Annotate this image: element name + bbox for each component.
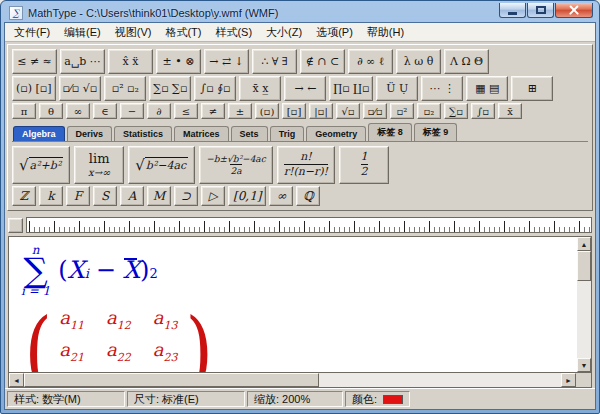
vertical-scrollbar[interactable]: ▲ ▼ — [577, 236, 592, 373]
small-symbol-button[interactable]: ▫⁄▫ — [363, 103, 387, 119]
template-palette-button[interactable]: ∏▫ ∐▫ — [329, 76, 373, 101]
vertical-scroll-thumb[interactable] — [577, 251, 591, 281]
small-symbol-button[interactable]: x̄ — [498, 103, 522, 119]
template-palette-button[interactable]: ⋯ ⋮ — [421, 76, 463, 101]
tab-trig[interactable]: Trig — [270, 126, 305, 141]
scroll-left-button[interactable]: ◄ — [9, 373, 24, 387]
symbol-palette-button[interactable]: a␣b ⋯ — [60, 49, 105, 74]
small-symbol-button[interactable]: ∂ — [147, 103, 171, 119]
equation-matrix[interactable]: ( a11 a12 a13 a21 a22 a23 a31 a32 a33 ) — [21, 305, 567, 373]
maximize-button[interactable] — [527, 3, 554, 18]
scroll-down-button[interactable]: ▼ — [577, 358, 591, 372]
horizontal-scroll-track[interactable] — [24, 373, 561, 387]
template-palette-button[interactable]: (▫) [▫] — [12, 76, 56, 101]
algebra-discriminant-button[interactable]: √b²−4ac — [128, 146, 195, 184]
menu-item[interactable]: 选项(P) — [309, 23, 360, 42]
quick-symbol-button[interactable]: k — [39, 186, 63, 206]
status-size[interactable]: 尺寸: 标准(E) — [127, 391, 245, 407]
client-area: 文件(F)编辑(E)视图(V)格式(T)样式(S)大小(Z)选项(P)帮助(H)… — [4, 22, 596, 410]
menu-item[interactable]: 大小(Z) — [259, 23, 309, 42]
template-palette-button[interactable]: ∫▫ ∮▫ — [194, 76, 236, 101]
menu-item[interactable]: 文件(F) — [7, 23, 57, 42]
small-symbol-button[interactable]: ∫▫ — [471, 103, 495, 119]
ruler-tab-selector[interactable] — [8, 218, 23, 233]
small-symbol-button[interactable]: ≤ — [174, 103, 198, 119]
small-symbol-button[interactable]: π — [12, 103, 36, 119]
quick-symbol-button[interactable]: ℚ — [296, 186, 320, 206]
algebra-half-fraction-button[interactable]: 12 — [339, 146, 389, 184]
vertical-scroll-track[interactable] — [577, 251, 591, 358]
small-symbol-button[interactable]: √▫ — [336, 103, 360, 119]
small-symbol-button[interactable]: [▫] — [282, 103, 306, 119]
small-symbol-button[interactable]: ▫₂ — [417, 103, 441, 119]
symbol-palette-button[interactable]: Λ Ω Θ — [444, 49, 489, 74]
template-palette-button[interactable]: ∑▫ ∑▫ — [149, 76, 191, 101]
template-palette-button[interactable]: → ← — [284, 76, 326, 101]
tab-algebra[interactable]: Algebra — [13, 126, 65, 141]
tab-9[interactable]: 标签 9 — [414, 123, 458, 141]
small-symbol-button[interactable]: ▫² — [390, 103, 414, 119]
symbol-palette-button[interactable]: ± • ⊗ — [156, 49, 201, 74]
equation-sum-expression[interactable]: n ∑ i = 1 (Xi−X)2 — [21, 244, 567, 297]
small-symbol-button[interactable]: ∑▫ — [444, 103, 468, 119]
template-palette-button[interactable]: x̄ x̲ — [239, 76, 281, 101]
equation-canvas[interactable]: n ∑ i = 1 (Xi−X)2 ( a11 a12 a13 a21 a22 … — [8, 236, 577, 373]
quick-symbol-button[interactable]: A — [120, 186, 144, 206]
quick-symbol-button[interactable]: F — [66, 186, 90, 206]
quick-symbol-button[interactable]: ∞ — [269, 186, 293, 206]
template-palette-button[interactable]: ▫⁄▫ √▫ — [59, 76, 102, 101]
symbol-palette-button[interactable]: ∴ ∀ ∃ — [252, 49, 297, 74]
small-symbol-button[interactable]: (▫) — [255, 103, 279, 119]
symbol-palette-button[interactable]: ∉ ∩ ⊂ — [300, 49, 345, 74]
status-zoom[interactable]: 缩放: 200% — [247, 391, 343, 407]
menu-item[interactable]: 视图(V) — [108, 23, 159, 42]
small-symbol-button[interactable]: θ — [39, 103, 63, 119]
menu-item[interactable]: 帮助(H) — [360, 23, 411, 42]
template-palette-button[interactable]: ⊞ — [511, 76, 553, 101]
algebra-quadratic-formula-button[interactable]: −b±√b²−4ac2a — [199, 146, 273, 184]
small-symbol-button[interactable]: |▫| — [309, 103, 333, 119]
tab-sets[interactable]: Sets — [231, 126, 268, 141]
quick-symbol-button[interactable]: ⊃ — [174, 186, 198, 206]
menu-item[interactable]: 编辑(E) — [57, 23, 108, 42]
quick-symbol-button[interactable]: M — [147, 186, 171, 206]
symbol-palette-button[interactable]: x̂ ẍ — [108, 49, 153, 74]
template-palette-button[interactable]: ▦ ▤ — [466, 76, 508, 101]
symbol-palette-button[interactable]: → ⇄ ↓ — [204, 49, 249, 74]
horizontal-scrollbar[interactable]: ◄ ► — [8, 373, 592, 388]
small-symbol-button[interactable]: ∞ — [66, 103, 90, 119]
menu-item[interactable]: 格式(T) — [158, 23, 208, 42]
status-style[interactable]: 样式: 数学(M) — [7, 391, 125, 407]
template-palette-button[interactable]: Ü Ụ — [376, 76, 418, 101]
status-color[interactable]: 颜色: — [345, 391, 410, 407]
scroll-up-button[interactable]: ▲ — [577, 237, 591, 251]
quick-symbol-button[interactable]: ℤ — [12, 186, 36, 206]
tab-derivs[interactable]: Derivs — [67, 126, 113, 141]
quick-symbol-button[interactable]: S — [93, 186, 117, 206]
tab-statistics[interactable]: Statistics — [114, 126, 172, 141]
symbol-palette-button[interactable]: ∂ ∞ ℓ — [348, 49, 393, 74]
template-palette-button[interactable]: ▫² ▫₂ — [104, 76, 146, 101]
small-symbol-button[interactable]: ± — [228, 103, 252, 119]
small-symbol-button[interactable]: ≠ — [201, 103, 225, 119]
algebra-sqrt-sum-button[interactable]: √a²+b² — [12, 146, 70, 184]
titlebar[interactable]: ∑ MathType - C:\Users\think01\Desktop\y.… — [4, 1, 596, 22]
small-symbol-button[interactable]: ∈ — [93, 103, 117, 119]
scroll-right-button[interactable]: ► — [561, 373, 576, 387]
tab-8[interactable]: 标签 8 — [368, 123, 412, 141]
symbol-palette-button[interactable]: λ ω θ — [396, 49, 441, 74]
minimize-button[interactable] — [499, 3, 526, 18]
menu-item[interactable]: 样式(S) — [208, 23, 259, 42]
horizontal-scroll-thumb[interactable] — [24, 373, 319, 387]
algebra-combination-button[interactable]: n!r!(n−r)! — [277, 146, 335, 184]
tab-geometry[interactable]: Geometry — [306, 126, 366, 141]
quick-symbol-button[interactable]: ▷ — [201, 186, 225, 206]
close-button[interactable] — [555, 3, 593, 18]
ruler[interactable] — [26, 217, 592, 233]
small-symbol-button[interactable]: − — [120, 103, 144, 119]
quick-symbol-button[interactable]: [0,1] — [228, 186, 266, 206]
algebra-limit-button[interactable]: limx→∞ — [74, 146, 124, 184]
app-icon-glyph: ∑ — [13, 8, 19, 18]
tab-matrices[interactable]: Matrices — [174, 126, 229, 141]
symbol-palette-button[interactable]: ≤ ≠ ≈ — [12, 49, 57, 74]
